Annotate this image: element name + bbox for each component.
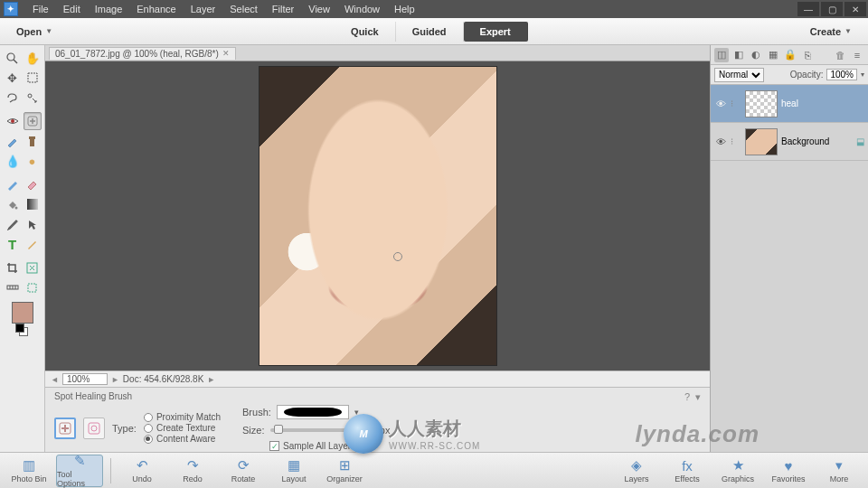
status-next-icon[interactable]: ► (111, 375, 119, 384)
tool-options-button[interactable]: ✎Tool Options (56, 455, 103, 487)
content-move-tool[interactable] (24, 278, 42, 296)
menu-layer[interactable]: Layer (184, 4, 223, 14)
more-button[interactable]: ▾More (816, 455, 863, 487)
visibility-toggle-icon[interactable]: 👁 (714, 136, 727, 147)
redeye-tool[interactable] (4, 112, 22, 130)
graphics-button[interactable]: ★Graphics (714, 455, 761, 487)
straighten-tool[interactable] (4, 278, 22, 296)
organizer-icon: ⊞ (339, 457, 351, 474)
layer-mask-icon[interactable]: ▦ (766, 48, 780, 62)
type-radio-content-aware[interactable]: Content Aware (144, 434, 221, 444)
spot-heal-mode-button[interactable] (54, 418, 76, 439)
menu-window[interactable]: Window (337, 4, 387, 14)
close-icon[interactable]: ✕ (222, 49, 230, 58)
lasso-tool[interactable] (4, 89, 22, 107)
mode-tab-quick[interactable]: Quick (335, 22, 396, 42)
type-radio-texture[interactable]: Create Texture (144, 423, 221, 433)
size-slider[interactable] (270, 428, 361, 432)
layer-row[interactable]: 👁 ⁝ heal (711, 85, 868, 123)
zoom-field[interactable]: 100% (62, 373, 108, 385)
layer-group-icon[interactable]: ◧ (731, 48, 746, 62)
help-icon[interactable]: ? (684, 391, 690, 403)
delete-layer-icon[interactable]: 🗑 (833, 48, 847, 62)
link-icon[interactable]: ⬓ (856, 136, 864, 146)
chevron-down-icon[interactable]: ▾ (861, 70, 864, 79)
chevron-down-icon[interactable]: ▾ (354, 408, 359, 417)
layout-button[interactable]: ▦Layout (270, 455, 317, 487)
heal-mode-button[interactable] (83, 418, 105, 439)
photo-bin-button[interactable]: ▥Photo Bin (5, 455, 52, 487)
layer-name[interactable]: heal (781, 99, 864, 108)
menu-help[interactable]: Help (387, 4, 422, 14)
gradient-tool[interactable] (24, 195, 42, 213)
clone-stamp-tool[interactable] (24, 132, 42, 150)
collapse-icon[interactable]: ▾ (695, 391, 701, 403)
create-button[interactable]: Create ▼ (801, 23, 861, 41)
link-layers-icon[interactable]: ⎘ (800, 48, 815, 62)
menu-select[interactable]: Select (222, 4, 265, 14)
menu-view[interactable]: View (301, 4, 337, 14)
photo-canvas[interactable] (259, 67, 496, 365)
marquee-tool[interactable] (24, 69, 42, 87)
selection-tool[interactable] (24, 215, 42, 233)
layer-thumbnail[interactable] (745, 90, 778, 117)
organizer-button[interactable]: ⊞Organizer (321, 455, 368, 487)
hand-tool[interactable]: ✋ (24, 49, 42, 67)
paint-bucket-tool[interactable] (4, 195, 22, 213)
crop-tool[interactable] (4, 258, 22, 277)
quick-select-tool[interactable] (24, 89, 42, 107)
menu-edit[interactable]: Edit (56, 4, 88, 14)
type-label: Type: (112, 423, 137, 434)
menu-filter[interactable]: Filter (265, 4, 301, 14)
sample-all-layers-checkbox[interactable]: ✓ Sample All Layers (269, 441, 390, 451)
adjustment-layer-icon[interactable]: ◐ (749, 48, 763, 62)
menu-image[interactable]: Image (88, 4, 130, 14)
document-tab[interactable]: 06_01_7872.jpg @ 100% (heal, RGB/8*) ✕ (49, 47, 236, 60)
brush-preview[interactable] (277, 405, 349, 419)
undo-button[interactable]: ↶Undo (118, 455, 165, 487)
sponge-tool[interactable]: ● (24, 152, 42, 170)
eyedropper-tool[interactable] (4, 215, 22, 233)
type-tool[interactable]: T (4, 235, 22, 253)
layers-button[interactable]: ◈Layers (613, 455, 660, 487)
menu-file[interactable]: File (25, 4, 56, 14)
layer-name[interactable]: Background (781, 136, 853, 146)
layer-thumbnail[interactable] (745, 128, 778, 155)
close-button[interactable]: ✕ (844, 2, 866, 16)
status-prev-icon[interactable]: ◄ (51, 375, 59, 384)
mode-tab-guided[interactable]: Guided (396, 22, 464, 42)
visibility-toggle-icon[interactable]: 👁 (714, 99, 727, 109)
redo-button[interactable]: ↷Redo (169, 455, 216, 487)
opacity-value[interactable]: 100% (826, 69, 857, 80)
foreground-color-swatch[interactable] (12, 302, 33, 324)
blur-tool[interactable]: 💧 (4, 152, 22, 170)
mode-tab-expert[interactable]: Expert (464, 22, 528, 42)
smart-brush-tool[interactable] (4, 132, 22, 150)
default-colors-swatch[interactable] (17, 325, 28, 336)
rotate-button[interactable]: ⟳Rotate (220, 455, 267, 487)
spot-healing-tool[interactable] (24, 112, 42, 130)
favorites-button[interactable]: ♥Favorites (765, 455, 812, 487)
layer-list: 👁 ⁝ heal 👁 ⁝ Background ⬓ (711, 85, 868, 452)
brush-stroke-icon (284, 408, 342, 417)
layer-row[interactable]: 👁 ⁝ Background ⬓ (711, 123, 868, 161)
panel-menu-icon[interactable]: ≡ (850, 48, 864, 62)
move-tool[interactable]: ✥ (4, 69, 22, 87)
menu-enhance[interactable]: Enhance (129, 4, 183, 14)
pencil-tool[interactable] (24, 235, 42, 253)
status-more-icon[interactable]: ► (207, 375, 215, 384)
new-layer-icon[interactable]: ◫ (714, 48, 729, 62)
minimize-button[interactable]: — (797, 2, 819, 16)
eraser-tool[interactable] (24, 175, 42, 193)
zoom-tool[interactable] (4, 49, 22, 67)
recompose-tool[interactable] (24, 258, 42, 277)
open-button[interactable]: Open ▼ (7, 23, 61, 41)
effects-button[interactable]: fxEffects (664, 455, 711, 487)
brush-tool[interactable] (4, 175, 22, 193)
canvas[interactable] (45, 61, 710, 371)
lock-layer-icon[interactable]: 🔒 (783, 48, 797, 62)
slider-thumb[interactable] (274, 425, 283, 434)
blend-mode-select[interactable]: Normal (714, 68, 764, 82)
type-radio-proximity[interactable]: Proximity Match (144, 412, 221, 422)
maximize-button[interactable]: ▢ (821, 2, 843, 16)
